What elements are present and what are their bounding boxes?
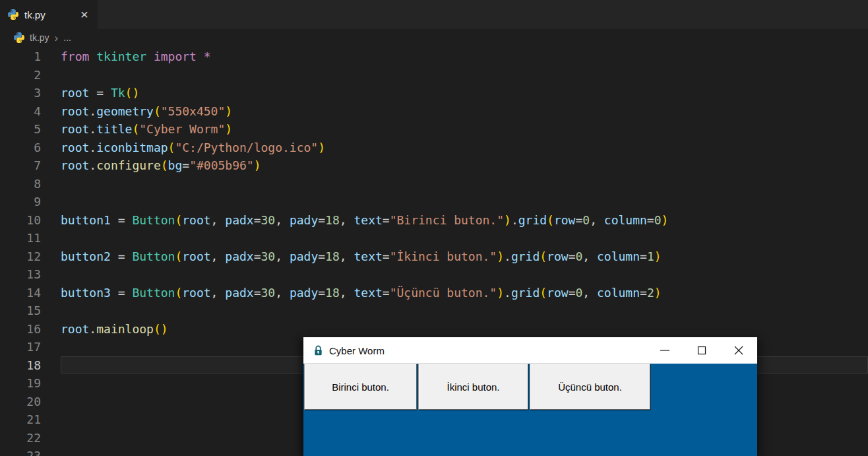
code-text: button1 = Button(root, padx=30, pady=18,… xyxy=(41,213,668,227)
line-number: 18 xyxy=(0,358,41,372)
chevron-right-icon: › xyxy=(55,32,59,44)
code-text: from tkinter import * xyxy=(41,49,211,63)
line-number: 7 xyxy=(0,158,41,172)
code-line[interactable]: 11 xyxy=(0,229,868,247)
minimize-icon xyxy=(659,344,671,356)
lock-icon xyxy=(313,344,323,356)
code-line[interactable]: 10button1 = Button(root, padx=30, pady=1… xyxy=(0,211,868,230)
line-number: 17 xyxy=(0,340,41,354)
code-line[interactable]: 9 xyxy=(0,193,868,211)
line-number: 11 xyxy=(0,231,41,245)
line-number: 19 xyxy=(0,376,41,390)
python-icon xyxy=(14,32,24,43)
code-line[interactable]: 5root.title("Cyber Worm") xyxy=(0,120,868,139)
tab-tk-py[interactable]: tk.py × xyxy=(0,0,98,29)
tab-close-icon[interactable]: × xyxy=(79,10,90,19)
code-line[interactable]: 6root.iconbitmap("C:/Python/logo.ico") xyxy=(0,139,868,157)
code-line[interactable]: 12button2 = Button(root, padx=30, pady=1… xyxy=(0,247,868,266)
code-line[interactable]: 14button3 = Button(root, padx=30, pady=1… xyxy=(0,284,868,302)
line-number: 9 xyxy=(0,195,41,209)
maximize-icon xyxy=(696,344,708,356)
vscode-window: tk.py × tk.py › ... 1from tkinter import… xyxy=(0,0,868,456)
line-number: 5 xyxy=(0,122,41,136)
line-number: 14 xyxy=(0,286,41,300)
tk-button-3[interactable]: Üçüncü buton. xyxy=(530,364,650,410)
tk-button-2[interactable]: İkinci buton. xyxy=(418,364,528,410)
line-number: 20 xyxy=(0,395,41,408)
code-line[interactable]: 2 xyxy=(0,66,868,84)
tk-button-1[interactable]: Birinci buton. xyxy=(304,364,417,410)
line-number: 13 xyxy=(0,267,41,281)
line-number: 15 xyxy=(0,304,41,317)
line-number: 16 xyxy=(0,322,41,336)
code-text: root.configure(bg="#005b96") xyxy=(41,158,261,172)
line-number: 12 xyxy=(0,249,41,263)
line-number: 3 xyxy=(0,86,41,100)
code-text: root = Tk() xyxy=(41,86,139,100)
breadcrumb: tk.py › ... xyxy=(0,29,868,46)
maximize-button[interactable] xyxy=(683,337,720,364)
line-number: 10 xyxy=(0,213,41,227)
breadcrumb-file[interactable]: tk.py xyxy=(30,32,49,43)
code-line[interactable]: 13 xyxy=(0,265,868,284)
line-number: 23 xyxy=(0,449,41,456)
python-icon xyxy=(8,9,18,20)
breadcrumb-more[interactable]: ... xyxy=(63,32,71,43)
close-button[interactable] xyxy=(720,337,757,364)
tab-label: tk.py xyxy=(24,9,73,20)
tab-bar: tk.py × xyxy=(0,0,868,29)
code-text: button2 = Button(root, padx=30, pady=18,… xyxy=(41,249,662,263)
code-text: root.title("Cyber Worm") xyxy=(41,122,232,136)
line-number: 4 xyxy=(0,104,41,118)
code-line[interactable]: 3root = Tk() xyxy=(0,84,868,102)
line-number: 22 xyxy=(0,431,41,445)
code-text: root.mainloop() xyxy=(41,322,168,336)
tkinter-window: Cyber Worm xyxy=(303,337,757,456)
window-title: Cyber Worm xyxy=(329,345,385,356)
code-line[interactable]: 7root.configure(bg="#005b96") xyxy=(0,156,868,175)
line-number: 1 xyxy=(0,49,41,63)
code-line[interactable]: 16root.mainloop() xyxy=(0,320,868,339)
line-number: 2 xyxy=(0,68,41,82)
code-text: button3 = Button(root, padx=30, pady=18,… xyxy=(41,286,662,300)
code-text: root.geometry("550x450") xyxy=(41,104,232,118)
code-line[interactable]: 4root.geometry("550x450") xyxy=(0,102,868,121)
close-icon xyxy=(733,344,745,356)
code-line[interactable]: 1from tkinter import * xyxy=(0,48,868,66)
line-number: 6 xyxy=(0,141,41,154)
line-number: 8 xyxy=(0,177,41,191)
tkinter-client-area: Birinci buton.İkinci buton.Üçüncü buton. xyxy=(303,364,757,456)
window-controls xyxy=(646,337,757,364)
line-number: 21 xyxy=(0,412,41,426)
code-text: root.iconbitmap("C:/Python/logo.ico") xyxy=(41,141,325,154)
code-line[interactable]: 8 xyxy=(0,175,868,193)
minimize-button[interactable] xyxy=(646,337,683,364)
tkinter-titlebar[interactable]: Cyber Worm xyxy=(303,337,757,364)
code-line[interactable]: 15 xyxy=(0,302,868,320)
